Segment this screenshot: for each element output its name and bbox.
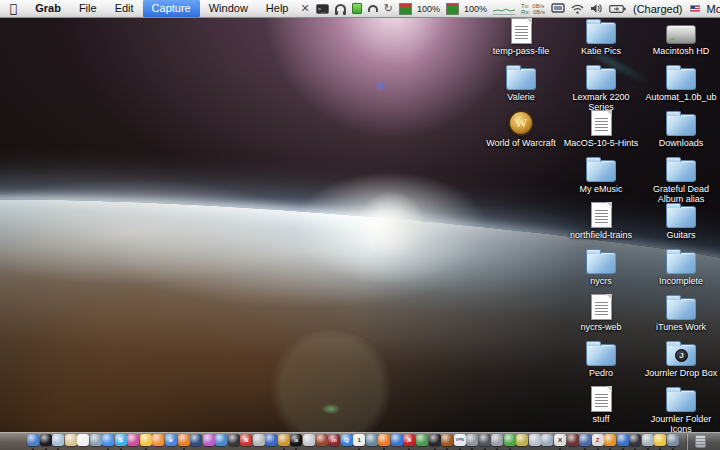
audio-arc-menu-icon[interactable]	[368, 1, 378, 17]
grey-window-app-icon[interactable]	[466, 434, 478, 450]
adobe-reader-icon[interactable]: A	[403, 434, 415, 450]
desktop-icon-itunes-work[interactable]: iTunes Work	[641, 292, 720, 332]
screen-burst-menu-icon[interactable]: ✕	[300, 1, 309, 17]
finder-icon[interactable]	[27, 434, 39, 450]
darkred-tool-app-icon[interactable]	[567, 434, 579, 450]
apple-grey-app-icon[interactable]	[491, 434, 503, 450]
sync-menu-icon[interactable]: ↻	[384, 1, 393, 17]
warcraft-app-icon[interactable]	[441, 434, 453, 450]
headphones-menu-icon[interactable]	[335, 1, 346, 17]
smiley-app-icon[interactable]	[152, 434, 164, 450]
apple-menu-icon[interactable]: 	[0, 0, 26, 18]
yellow-tool-app-icon[interactable]	[516, 434, 528, 450]
rust-app-icon[interactable]	[316, 434, 328, 450]
desktop-icon-pedro[interactable]: Pedro	[561, 338, 641, 378]
one-circle-app-icon[interactable]: 1	[353, 434, 365, 450]
display-menu-icon[interactable]	[551, 1, 565, 17]
menu-item-capture[interactable]: Capture	[143, 0, 200, 17]
cpu-meter-2-icon[interactable]	[446, 1, 459, 17]
desktop-icon-grateful-dead-album-alias[interactable]: Grateful Dead Album alias	[641, 154, 720, 204]
compass-app-icon[interactable]	[366, 434, 378, 450]
menu-item-edit[interactable]: Edit	[106, 0, 143, 17]
folder-icon: J	[666, 344, 696, 366]
vpn-document-icon[interactable]: VPN	[454, 434, 466, 450]
app-menu-grab[interactable]: Grab	[26, 0, 70, 17]
blue-face-app-icon[interactable]	[579, 434, 591, 450]
system-preferences-icon[interactable]	[90, 434, 102, 450]
desktop-icon-nycrs-web[interactable]: nycrs-web	[561, 292, 641, 332]
picture-window-app-icon[interactable]	[667, 434, 679, 450]
screen-glow-app-icon[interactable]	[654, 434, 666, 450]
blue-disc-app-icon[interactable]	[617, 434, 629, 450]
desktop-icon-nycrs[interactable]: nycrs	[561, 246, 641, 286]
desktop-icon-katie-pics[interactable]: Katie Pics	[561, 16, 641, 56]
desktop-icon-valerie[interactable]: Valerie	[481, 62, 561, 102]
mail-icon[interactable]	[52, 434, 64, 450]
go-app-icon[interactable]	[265, 434, 277, 450]
desktop-icon-stuff[interactable]: stuff	[561, 384, 641, 424]
desktop-icon-incomplete[interactable]: Incomplete	[641, 246, 720, 286]
pinwheel-app-icon[interactable]	[203, 434, 215, 450]
desktop-icon-automat-1-0b-ub[interactable]: Automat_1.0b_ub	[641, 62, 720, 102]
doc-pencil-app-icon[interactable]	[529, 434, 541, 450]
desktop-icon-guitars[interactable]: Guitars	[641, 200, 720, 240]
menu-bar-clock[interactable]: Mon 23:39:11	[707, 3, 720, 15]
z-app-icon[interactable]: Z	[592, 434, 604, 450]
blue-play-app-icon[interactable]	[391, 434, 403, 450]
green-photo-app-icon[interactable]	[416, 434, 428, 450]
photo-booth-icon[interactable]	[429, 434, 441, 450]
gold-gear-app-icon[interactable]	[278, 434, 290, 450]
terminal-menu-icon[interactable]: >_	[316, 1, 329, 17]
desktop-icon-temp-pass-file[interactable]: temp-pass-file	[481, 16, 561, 56]
notes-icon[interactable]	[65, 434, 77, 450]
grey-folder-app-icon[interactable]	[541, 434, 553, 450]
cpu-meter-1-icon[interactable]	[399, 1, 412, 17]
network-throughput-graph[interactable]	[493, 3, 515, 15]
desktop-icon-lexmark-2200-series[interactable]: Lexmark 2200 Series	[561, 62, 641, 112]
quicktime-icon[interactable]: Q	[341, 434, 353, 450]
slate-app-icon[interactable]	[479, 434, 491, 450]
dark-display-app-icon[interactable]	[629, 434, 641, 450]
calculator-grid-app-icon[interactable]	[642, 434, 654, 450]
ical-icon[interactable]	[77, 434, 89, 450]
desktop-icon-macintosh-hd[interactable]: Macintosh HD	[641, 16, 720, 56]
menu-item-window[interactable]: Window	[200, 0, 257, 17]
desktop-icon-journler-drop-box[interactable]: JJournler Drop Box	[641, 338, 720, 378]
network-txrx-readout[interactable]: Tx:0B/s Rx:0B/s	[521, 3, 545, 15]
padlock-app-icon[interactable]	[604, 434, 616, 450]
battery-menu-icon[interactable]	[609, 1, 626, 17]
internet-explorer-icon[interactable]: e	[165, 434, 177, 450]
green-display-menu-icon[interactable]	[352, 1, 362, 17]
silver-app-icon[interactable]	[253, 434, 265, 450]
trash-icon[interactable]	[694, 433, 706, 449]
menu-item-help[interactable]: Help	[257, 0, 298, 17]
ichat-icon[interactable]	[102, 434, 114, 450]
google-earth-icon[interactable]	[215, 434, 227, 450]
desktop-icon-my-emusic[interactable]: My eMusic	[561, 154, 641, 194]
dark-app-icon[interactable]	[228, 434, 240, 450]
desktop-icon-world-of-warcraft[interactable]: WWorld of Warcraft	[481, 108, 561, 148]
adium-icon[interactable]	[140, 434, 152, 450]
terminal-glyph: >_	[316, 4, 329, 14]
netnewswire-icon[interactable]: N	[240, 434, 252, 450]
desktop-icon-macos-10-5-hints[interactable]: MacOS-10-5-Hints	[561, 108, 641, 148]
globe-app-icon[interactable]	[190, 434, 202, 450]
dashboard-icon[interactable]	[40, 434, 52, 450]
volume-menu-icon[interactable]	[590, 1, 603, 17]
desktop-icon-downloads[interactable]: Downloads	[641, 108, 720, 148]
desktop-icon-northfield-trains[interactable]: northfield-trains	[561, 200, 641, 240]
green-sphere-app-icon[interactable]	[504, 434, 516, 450]
vlc-icon[interactable]	[378, 434, 390, 450]
skype-icon[interactable]: S	[115, 434, 127, 450]
m-maroon-app-icon[interactable]: m	[328, 434, 340, 450]
firefox-icon[interactable]	[178, 434, 190, 450]
pink-app-icon[interactable]	[127, 434, 139, 450]
input-language-flag-icon[interactable]	[690, 1, 700, 17]
menu-bar:  Grab FileEditCaptureWindowHelp ✕ >_ ↻ …	[0, 0, 720, 18]
x11-icon[interactable]: X	[554, 434, 566, 450]
clock-app-icon[interactable]	[303, 434, 315, 450]
a-black-app-icon[interactable]: a	[290, 434, 302, 450]
wifi-menu-icon[interactable]	[571, 1, 584, 17]
menu-item-file[interactable]: File	[70, 0, 106, 17]
desktop-icon-journler-folder-icons[interactable]: Journler Folder Icons	[641, 384, 720, 434]
